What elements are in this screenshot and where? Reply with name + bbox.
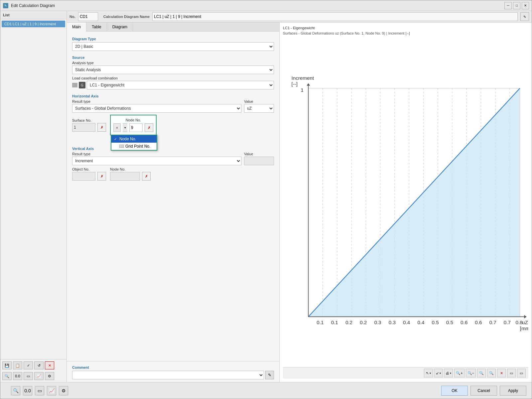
comment-edit-button[interactable]: ✎ bbox=[265, 371, 274, 379]
surface-no-label: Surface No. bbox=[72, 118, 106, 122]
diagram-type-label: Diagram Type bbox=[72, 37, 274, 41]
bottom-frame-button[interactable]: ▭ bbox=[35, 386, 44, 395]
svg-text:1: 1 bbox=[301, 87, 303, 93]
svg-text:0.5: 0.5 bbox=[432, 320, 439, 325]
bottom-number-button[interactable]: 0.0 bbox=[23, 386, 32, 395]
title-bar-buttons: ─ □ ✕ bbox=[504, 2, 529, 9]
axis-fit-button2[interactable]: ↙▾ bbox=[434, 369, 443, 377]
view-button2[interactable]: ▭ bbox=[517, 369, 526, 377]
list-item[interactable]: CD1 LC1 | uZ | 1 | 9 | Increment bbox=[2, 21, 65, 27]
zoom-window-button[interactable]: 🔍 bbox=[477, 369, 486, 377]
horizontal-axis-section: Horizontal Axis Result type Surfaces - G… bbox=[72, 93, 274, 135]
bottom-left: 🔍 0.0 ▭ 📈 ⚙ bbox=[6, 386, 439, 395]
cancel-button[interactable]: Cancel bbox=[470, 386, 497, 396]
svg-text:0.2: 0.2 bbox=[345, 320, 352, 325]
chevron-down-icon: ▾ bbox=[123, 123, 127, 132]
node-no-value[interactable]: 9 bbox=[129, 123, 143, 132]
v-result-type-select[interactable]: Increment bbox=[72, 157, 241, 165]
number-button[interactable]: 0.0 bbox=[13, 372, 22, 380]
settings-button[interactable]: ⚙ bbox=[45, 372, 54, 380]
zoom-out-button[interactable]: 🔍− bbox=[466, 369, 476, 377]
svg-text:0.2: 0.2 bbox=[360, 320, 367, 325]
tab-table[interactable]: Table bbox=[86, 23, 107, 31]
search-button[interactable]: 🔍 bbox=[2, 372, 12, 380]
minimize-button[interactable]: ─ bbox=[504, 2, 512, 9]
v-value-label: Value bbox=[244, 152, 274, 156]
dropdown-option-grid[interactable]: Grid Point No. bbox=[111, 143, 157, 150]
v-node-no-input bbox=[110, 172, 140, 181]
analysis-type-label: Analysis type bbox=[72, 61, 274, 65]
dropdown-option-node[interactable]: ✓ Node No. bbox=[111, 135, 157, 143]
h-result-type-select[interactable]: Surfaces - Global Deformations bbox=[72, 104, 241, 113]
zoom-reset-button[interactable]: ✕ bbox=[497, 369, 506, 377]
svg-text:0.6: 0.6 bbox=[461, 320, 467, 325]
chart-subtitle: Surfaces - Global Deformations uz (Surfa… bbox=[283, 31, 528, 35]
zoom-in-button[interactable]: 🔍+ bbox=[454, 369, 464, 377]
apply-button[interactable]: Apply bbox=[500, 386, 526, 396]
vertical-axis-section: Vertical Axis Result type Increment Valu bbox=[72, 145, 274, 181]
v-result-type-label: Result type bbox=[72, 152, 241, 156]
load-case-label: Load case/load combination bbox=[72, 76, 274, 80]
grid-icon bbox=[119, 145, 124, 148]
diagram-type-select[interactable]: 2D | Basic bbox=[72, 42, 274, 51]
tab-main[interactable]: Main bbox=[67, 23, 86, 32]
copy-button[interactable]: 📋 bbox=[13, 361, 22, 369]
node-increment-button[interactable]: + bbox=[113, 123, 121, 132]
bottom-search-button[interactable]: 🔍 bbox=[11, 386, 20, 395]
svg-marker-23 bbox=[524, 315, 527, 318]
analysis-type-select[interactable]: Static Analysis bbox=[72, 66, 274, 74]
bottom-graph-button[interactable]: 📈 bbox=[47, 386, 56, 395]
frame-button[interactable]: ▭ bbox=[24, 372, 33, 380]
bottom-bar: 🔍 0.0 ▭ 📈 ⚙ OK Cancel Apply bbox=[0, 382, 532, 399]
svg-text:0.5: 0.5 bbox=[446, 320, 453, 325]
h-value-select[interactable]: uZ bbox=[244, 104, 274, 113]
v-object-no-input bbox=[72, 172, 95, 181]
ok-button[interactable]: OK bbox=[441, 386, 468, 396]
main-window: ✎ Edit Calculation Diagram ─ □ ✕ List CD… bbox=[0, 0, 532, 399]
load-case-select[interactable]: LC1 - Eigengewicht bbox=[87, 81, 274, 89]
h-result-type-label: Result type bbox=[72, 99, 241, 103]
svg-text:0.1: 0.1 bbox=[331, 320, 338, 325]
close-button[interactable]: ✕ bbox=[522, 2, 529, 9]
calc-name-field: LC1 | uZ | 1 | 9 | Increment bbox=[152, 12, 518, 21]
svg-text:0.6: 0.6 bbox=[475, 320, 482, 325]
delete-button[interactable]: ✕ bbox=[45, 361, 54, 369]
chart-button[interactable]: 📈 bbox=[34, 372, 44, 380]
v-node-no-label: Node No. bbox=[110, 167, 151, 171]
vertical-axis-label: Vertical Axis bbox=[72, 147, 274, 151]
view-button1[interactable]: ▭ bbox=[507, 369, 516, 377]
bottom-settings-button[interactable]: ⚙ bbox=[59, 386, 68, 395]
surface-no-input: 1 bbox=[72, 123, 95, 132]
svg-text:Increment: Increment bbox=[291, 75, 314, 81]
svg-text:0.1: 0.1 bbox=[317, 320, 324, 325]
surface-pick-button[interactable]: ✗ bbox=[97, 123, 106, 132]
v-object-pick-button[interactable]: ✗ bbox=[97, 172, 106, 181]
node-no-label: Node No. bbox=[113, 118, 153, 122]
svg-text:0.7: 0.7 bbox=[489, 320, 496, 325]
v-nos-row: Object No. ✗ Node No. bbox=[72, 167, 274, 181]
horizontal-axis-label: Horizontal Axis bbox=[72, 94, 274, 98]
maximize-button[interactable]: □ bbox=[513, 2, 520, 9]
v-object-no-row: ✗ bbox=[72, 172, 106, 181]
print-button[interactable]: 🖨▾ bbox=[444, 369, 453, 377]
cd-no-field: CD1 bbox=[78, 12, 98, 21]
svg-text:0.3: 0.3 bbox=[374, 320, 381, 325]
svg-text:0.4: 0.4 bbox=[403, 320, 410, 325]
title-bar: ✎ Edit Calculation Diagram ─ □ ✕ bbox=[0, 0, 532, 11]
h-nos-row: Surface No. 1 ✗ bbox=[72, 115, 274, 135]
tab-diagram[interactable]: Diagram bbox=[107, 23, 133, 31]
chart-area: Increment [--] 1 bbox=[283, 38, 528, 367]
v-node-pick-button[interactable]: ✗ bbox=[142, 172, 151, 181]
confirm-button[interactable]: ✓ bbox=[24, 361, 33, 369]
comment-input[interactable] bbox=[72, 371, 264, 379]
save-button[interactable]: 💾 bbox=[2, 361, 12, 369]
source-label: Source bbox=[72, 56, 274, 60]
edit-name-button[interactable]: ✎ bbox=[520, 12, 529, 21]
zoom-all-button[interactable]: 🔍 bbox=[487, 369, 496, 377]
node-type-dropdown[interactable]: ✓ Node No. Grid Point No. bbox=[111, 135, 157, 151]
v-node-no-group: Node No. ✗ bbox=[110, 167, 151, 181]
node-pick-button[interactable]: ✗ bbox=[145, 123, 153, 132]
axis-fit-button[interactable]: ↖▾ bbox=[424, 369, 433, 377]
undo-button[interactable]: ↺ bbox=[34, 361, 44, 369]
svg-text:[--]: [--] bbox=[291, 81, 298, 87]
